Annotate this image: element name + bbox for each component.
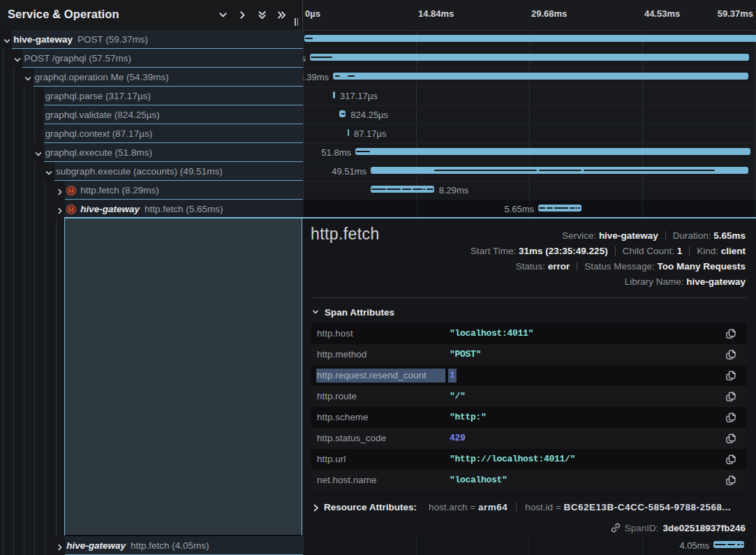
collapse-one-icon[interactable] <box>218 10 228 20</box>
child-span-mark <box>741 544 743 546</box>
chevron-right-icon[interactable] <box>56 205 64 214</box>
copy-icon[interactable] <box>725 391 736 402</box>
attribute-row[interactable]: http.status_code429 <box>311 428 746 449</box>
meta-value: error <box>548 261 570 272</box>
span-duration-bar[interactable] <box>538 205 581 212</box>
meta-value: hive-gateway <box>686 276 746 287</box>
chevron-down-icon[interactable] <box>34 149 43 157</box>
span-operation-name: graphql.operation Me (54.39ms) <box>35 72 169 82</box>
span-name-row[interactable]: hive-gatewayhttp.fetch (4.05ms) <box>0 536 303 555</box>
copy-icon[interactable] <box>725 454 736 465</box>
panel-title: Service & Operation <box>8 8 119 21</box>
span-operation-name: POST /graphql (57.57ms) <box>24 53 131 64</box>
span-name-row[interactable]: graphql.validate (824.25µs) <box>0 105 303 124</box>
attribute-key: http.url <box>317 449 346 470</box>
span-duration-bar[interactable] <box>355 148 750 155</box>
span-bar-row[interactable]: 54.39ms <box>303 68 756 87</box>
span-duration-bar[interactable] <box>333 91 335 98</box>
attribute-value: "http:" <box>450 407 487 428</box>
span-duration-bar[interactable] <box>333 73 748 80</box>
meta-value: client <box>721 246 746 256</box>
span-duration-label: 317.17µs <box>340 87 378 105</box>
span-name-row[interactable]: hive-gatewayhttp.fetch (5.65ms) <box>0 200 303 219</box>
span-operation-name: graphql.validate (824.25µs) <box>45 110 160 120</box>
indent-guide <box>13 124 14 143</box>
chevron-right-icon[interactable] <box>56 542 64 550</box>
attribute-row[interactable]: http.request.resend_count1 <box>311 365 746 386</box>
span-bar-row[interactable]: 49.51ms <box>303 162 756 182</box>
expand-all-icon[interactable] <box>276 10 287 20</box>
span-name-row[interactable]: POST /graphql (57.57ms) <box>0 49 303 68</box>
indent-guide <box>24 181 24 200</box>
indent-guide <box>24 124 24 143</box>
copy-icon[interactable] <box>725 433 736 444</box>
attribute-row[interactable]: http.route"/" <box>311 386 746 407</box>
span-bar-row[interactable]: 4.05ms <box>303 536 756 555</box>
indent-guide <box>45 181 45 200</box>
span-name-row[interactable]: graphql.context (87.17µs) <box>0 124 303 143</box>
child-span-mark <box>427 188 433 191</box>
span-bar-row[interactable]: 824.25µs <box>303 105 756 125</box>
span-duration-bar[interactable] <box>310 54 749 61</box>
span-bar-row[interactable]: 87.17µs <box>303 124 756 144</box>
resource-attribute-value: arm64 <box>478 502 507 512</box>
span-bar-row[interactable]: 59.37ms <box>303 30 756 50</box>
attribute-row[interactable]: http.host"localhost:4011" <box>311 323 746 344</box>
detail-meta-line: Status: errorStatus Message: Too Many Re… <box>470 259 746 274</box>
span-duration-bar[interactable] <box>304 35 756 42</box>
span-service-name: hive-gateway <box>66 540 126 551</box>
copy-icon[interactable] <box>725 328 736 339</box>
chevron-down-icon[interactable] <box>13 54 22 63</box>
indent-guide <box>3 536 3 555</box>
attribute-row[interactable]: http.method"POST" <box>311 344 746 365</box>
indent-guide <box>45 536 45 555</box>
span-bar-row[interactable]: 57.57ms <box>303 49 756 68</box>
attribute-key: http.host <box>317 323 353 344</box>
span-name-row[interactable]: graphql.operation Me (54.39ms) <box>0 68 303 87</box>
resource-attribute: host.arch = arm64 <box>429 502 507 512</box>
attribute-row[interactable]: net.host.name"localhost" <box>311 470 746 491</box>
span-row-content: http.fetch (8.29ms) <box>66 181 159 200</box>
expand-one-icon[interactable] <box>237 10 248 20</box>
link-icon[interactable] <box>610 522 621 533</box>
resource-attributes-row[interactable]: Resource Attributes: host.arch = arm64ho… <box>313 500 746 515</box>
span-attributes-toggle[interactable]: Span Attributes <box>312 306 394 318</box>
span-name-row[interactable]: graphql.execute (51.8ms) <box>0 143 303 162</box>
span-name-row[interactable]: hive-gatewayPOST (59.37ms) <box>0 30 303 49</box>
span-name-row[interactable]: subgraph.execute (accounts) (49.51ms) <box>0 162 303 181</box>
collapse-all-icon[interactable] <box>257 10 267 20</box>
indent-guide <box>34 105 35 124</box>
span-duration-bar[interactable] <box>371 186 434 193</box>
attribute-row[interactable]: http.scheme"http:" <box>311 407 746 428</box>
chevron-right-icon[interactable] <box>56 186 64 195</box>
span-attributes-table: http.host"localhost:4011"http.method"POS… <box>311 323 746 491</box>
child-span-mark <box>311 57 332 59</box>
copy-icon[interactable] <box>725 412 736 423</box>
span-duration-bar[interactable] <box>339 110 346 117</box>
chevron-down-icon[interactable] <box>3 36 11 44</box>
child-span-mark <box>356 151 370 153</box>
span-duration-bar[interactable] <box>348 129 349 136</box>
span-name-row[interactable]: http.fetch (8.29ms) <box>0 181 303 200</box>
error-icon <box>66 186 76 195</box>
span-bar-row[interactable]: 51.8ms <box>303 143 756 163</box>
attribute-row[interactable]: http.url"http://localhost:4011/" <box>311 449 746 470</box>
span-bar-row[interactable]: 8.29ms <box>303 181 756 200</box>
attribute-key: http.scheme <box>317 407 369 428</box>
copy-icon[interactable] <box>725 370 736 381</box>
span-duration-bar[interactable] <box>371 167 748 174</box>
chevron-down-icon[interactable] <box>24 73 32 82</box>
chevron-down-icon[interactable] <box>45 168 53 176</box>
copy-icon[interactable] <box>725 475 736 486</box>
column-resizer-grip[interactable] <box>295 18 300 26</box>
column-divider[interactable] <box>302 0 303 30</box>
span-bar-row[interactable]: 317.17µs <box>303 87 756 106</box>
span-name-row[interactable]: graphql.parse (317.17µs) <box>0 87 303 105</box>
span-duration-bar[interactable] <box>713 541 744 548</box>
copy-icon[interactable] <box>725 349 736 360</box>
indent-guide <box>13 162 14 181</box>
attribute-value: "POST" <box>450 344 481 365</box>
span-duration-label: 4.05ms <box>679 536 709 555</box>
span-bar-row[interactable]: 5.65ms <box>303 200 756 219</box>
child-span-mark <box>539 170 581 172</box>
